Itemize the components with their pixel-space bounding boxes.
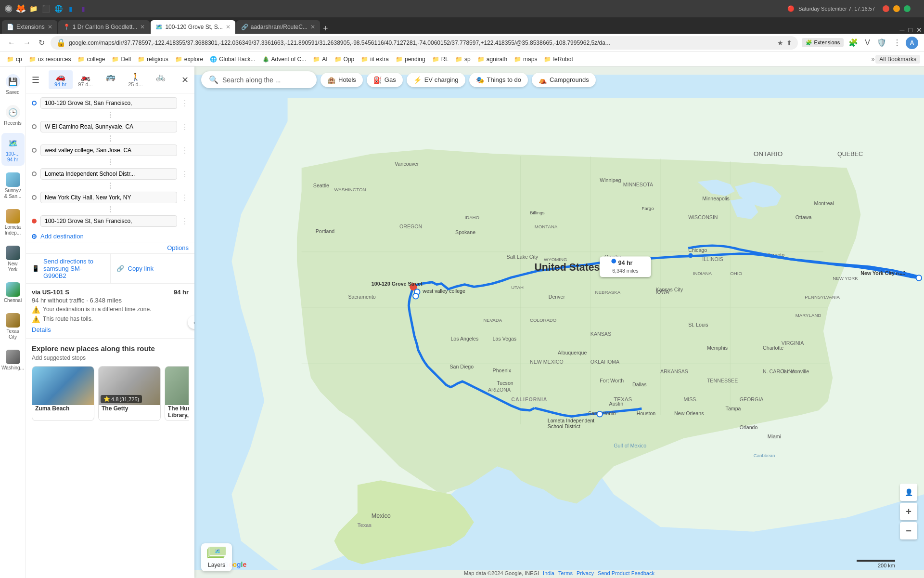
drag-handle-1[interactable]: ⋮ xyxy=(181,122,189,131)
bookmarks-more[interactable]: » xyxy=(872,56,875,63)
sidebar-menu-btn[interactable]: ☰ xyxy=(32,75,39,85)
waypoint-input-1[interactable] xyxy=(40,121,177,132)
bookmark-opp[interactable]: 📁 Opp xyxy=(332,55,358,64)
transport-car[interactable]: 🚗 94 hr xyxy=(49,70,73,89)
share-icon[interactable]: ⬆ xyxy=(786,39,792,47)
privacy-link[interactable]: Privacy xyxy=(577,570,594,576)
drag-handle-4[interactable]: ⋮ xyxy=(181,193,189,202)
tab-maps-active[interactable]: 🗺️ 100-120 Grove St, S... ✕ xyxy=(151,20,235,34)
waypoint-input-4[interactable] xyxy=(40,192,177,203)
nyc-marker[interactable] xyxy=(916,275,922,281)
zoom-out-btn[interactable]: − xyxy=(900,522,917,539)
feedback-link[interactable]: Send Product Feedback xyxy=(598,570,654,576)
drag-handle-2[interactable]: ⋮ xyxy=(181,146,189,155)
forward-btn[interactable]: → xyxy=(21,37,33,49)
tab-aadarshram[interactable]: 🔗 aadarshram/RouteC... ✕ xyxy=(236,20,320,34)
vimium-btn[interactable]: V xyxy=(863,37,872,49)
transport-transit[interactable]: 🚌 xyxy=(99,70,123,89)
tab-close-extensions[interactable]: ✕ xyxy=(48,24,52,30)
filter-things-to-do[interactable]: 🎭 Things to do xyxy=(469,73,528,87)
bookmark-ai[interactable]: 📁 AI xyxy=(310,55,330,64)
transport-moto[interactable]: 🏍️ 97 d... xyxy=(74,70,98,89)
filter-campgrounds[interactable]: ⛺ Campgrounds xyxy=(532,73,596,87)
mini-route-active[interactable]: 🗺️ 100-...94 hr xyxy=(1,133,25,166)
more-btn[interactable]: ⋮ xyxy=(891,36,903,49)
window-max-btn[interactable] xyxy=(904,5,911,12)
place-card-huntington[interactable]: The Huntington Library, Art... xyxy=(165,366,189,421)
bookmark-advent[interactable]: 🎄 Advent of C... xyxy=(259,55,309,64)
bookmark-lerobot[interactable]: 📁 leRobot xyxy=(541,55,576,64)
new-tab-btn[interactable]: + xyxy=(323,24,328,34)
drag-handle-3[interactable]: ⋮ xyxy=(181,170,189,179)
india-link[interactable]: India xyxy=(543,570,554,576)
bookmark-ux[interactable]: 📁 ux resources xyxy=(26,55,74,64)
waypoint-input-0[interactable] xyxy=(40,97,177,109)
waypoint-input-3[interactable] xyxy=(40,168,177,180)
bookmark-religious[interactable]: 📁 religious xyxy=(135,55,171,64)
drag-handle-0[interactable]: ⋮ xyxy=(181,99,189,108)
window-min-btn[interactable] xyxy=(893,5,900,12)
lometa-marker[interactable] xyxy=(597,411,603,417)
send-directions-btn[interactable]: 📱 Send directions to samsung SM-G990B2 xyxy=(26,254,110,283)
bookmark-agnirath[interactable]: 📁 agnirath xyxy=(475,55,510,64)
filter-hotels[interactable]: 🏨 Hotels xyxy=(321,73,363,87)
waypoint-input-2[interactable] xyxy=(40,144,177,156)
transport-bike[interactable]: 🚲 xyxy=(149,70,173,89)
bookmark-iit[interactable]: 📁 iit extra xyxy=(358,55,392,64)
bookmark-dell[interactable]: 📁 Dell xyxy=(109,55,134,64)
details-link[interactable]: Details xyxy=(32,326,189,333)
tab-extensions[interactable]: 📄 Extensions ✕ xyxy=(2,20,57,34)
adblock-btn[interactable]: 🛡️ xyxy=(875,36,888,49)
mini-texas[interactable]: TexasCity xyxy=(1,310,25,343)
add-destination-btn[interactable]: + Add destination xyxy=(26,231,194,242)
place-card-getty[interactable]: ⭐ 4.8 (31,725) The Getty xyxy=(98,366,161,421)
copy-link-btn[interactable]: 🔗 Copy link xyxy=(110,254,195,283)
bookmark-icon[interactable]: ★ xyxy=(777,39,783,47)
options-btn[interactable]: Options xyxy=(167,244,189,251)
layers-btn[interactable]: 🗺️ Layers xyxy=(201,543,232,571)
window-close-btn[interactable] xyxy=(883,5,889,12)
url-bar[interactable]: 🔒 google.com/maps/dir/37.778597,-122.418… xyxy=(51,36,798,50)
reload-btn[interactable]: ↻ xyxy=(37,36,47,49)
tab-close-window-btn[interactable]: ✕ xyxy=(916,26,922,34)
mini-sunnyvale[interactable]: Sunnyv& San... xyxy=(1,170,25,202)
bookmark-college[interactable]: 📁 college xyxy=(75,55,108,64)
search-along-bar[interactable]: 🔍 Search along the ... xyxy=(201,71,317,88)
bookmark-explore[interactable]: 📁 explore xyxy=(172,55,206,64)
profile-avatar[interactable]: A xyxy=(906,37,918,49)
westvalley-marker[interactable] xyxy=(413,293,419,299)
sidebar-close-btn[interactable]: ✕ xyxy=(181,75,189,85)
drag-handle-5[interactable]: ⋮ xyxy=(181,217,189,226)
tab-maximize-btn[interactable]: □ xyxy=(909,26,912,34)
filter-gas[interactable]: ⛽ Gas xyxy=(367,73,403,87)
tab-close-maps[interactable]: ✕ xyxy=(226,24,231,30)
bookmark-cp[interactable]: 📁 cp xyxy=(4,55,25,64)
terms-link[interactable]: Terms xyxy=(558,570,573,576)
bookmark-rl[interactable]: 📁 RL xyxy=(429,55,451,64)
window-controls[interactable] xyxy=(883,5,911,12)
mini-recents[interactable]: 🕒 Recents xyxy=(1,102,25,129)
tab-close-aadarshram[interactable]: ✕ xyxy=(310,24,315,30)
mini-newyork[interactable]: NewYork xyxy=(1,243,25,276)
back-btn[interactable]: ← xyxy=(6,37,17,49)
street-view-btn[interactable]: 👤 xyxy=(900,484,917,501)
bookmark-maps[interactable]: 📁 maps xyxy=(511,55,540,64)
mini-lometa[interactable]: LometaIndep... xyxy=(1,206,25,239)
bookmark-globalhack[interactable]: 🌐 Global Hack... xyxy=(207,55,258,64)
bookmark-pending[interactable]: 📁 pending xyxy=(393,55,428,64)
bookmark-sp[interactable]: 📁 sp xyxy=(452,55,474,64)
tab-minimize-btn[interactable]: ─ xyxy=(900,26,905,34)
mini-washington[interactable]: Washing... xyxy=(1,347,25,374)
tab-close-carlton[interactable]: ✕ xyxy=(140,24,145,30)
waypoint-input-5[interactable] xyxy=(40,215,177,227)
zoom-in-btn[interactable]: + xyxy=(900,503,917,520)
mini-chennai[interactable]: Chennai xyxy=(1,279,25,306)
filter-ev[interactable]: ⚡ EV charging xyxy=(407,73,465,87)
puzzle-btn[interactable]: 🧩 xyxy=(847,36,860,49)
transport-walk[interactable]: 🚶 25 d... xyxy=(124,70,148,89)
place-card-zuma[interactable]: Zuma Beach xyxy=(32,366,94,421)
tab-carlton[interactable]: 📍 1 Dr Carlton B Goodlett... ✕ xyxy=(58,20,150,34)
mini-saved[interactable]: 💾 Saved xyxy=(1,71,25,98)
all-bookmarks-btn[interactable]: All Bookmarks xyxy=(875,55,920,64)
extensions-btn[interactable]: 🧩 Extensions xyxy=(802,38,844,47)
